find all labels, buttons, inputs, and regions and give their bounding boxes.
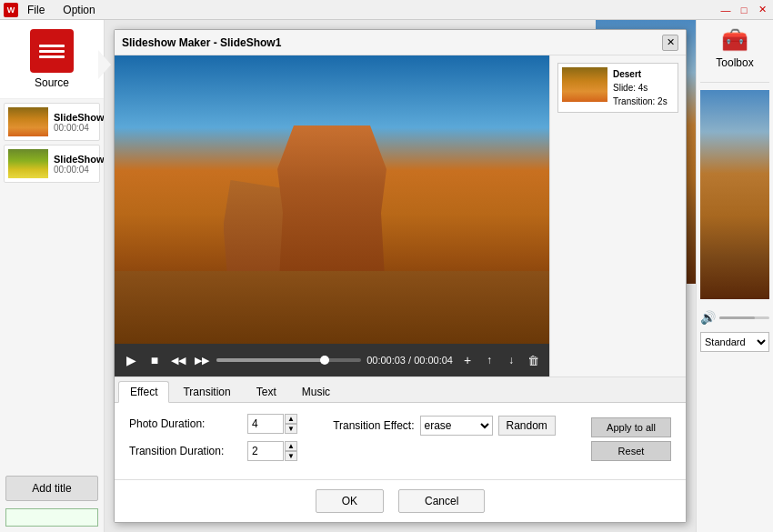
- tab-music[interactable]: Music: [290, 381, 342, 402]
- center-area: Slideshow Maker - SlideShow1 ✕: [105, 20, 696, 532]
- preview-thumbnail: [562, 67, 607, 102]
- photo-duration-up[interactable]: ▲: [285, 414, 297, 424]
- photo-duration-spinner: ▲ ▼: [285, 414, 297, 434]
- rewind-button[interactable]: ◀◀: [169, 351, 187, 369]
- progress-knob[interactable]: [320, 356, 329, 365]
- app-titlebar: W File Option — □ ✕: [0, 0, 773, 20]
- volume-slider[interactable]: [719, 316, 769, 319]
- dialog-right-panel: Desert Slide: 4s Transition: 2s: [549, 55, 686, 376]
- tab-transition[interactable]: Transition: [171, 381, 242, 402]
- slideshow-time-2: 00:00:04: [54, 165, 104, 175]
- transition-effect-label: Transition Effect:: [333, 419, 414, 432]
- slideshow-thumb-2: [8, 149, 48, 178]
- source-arrow: [98, 50, 111, 79]
- dialog-titlebar: Slideshow Maker - SlideShow1 ✕: [115, 30, 686, 55]
- tab-text[interactable]: Text: [245, 381, 288, 402]
- photo-duration-row: Photo Duration: ▲ ▼: [129, 414, 297, 434]
- minimize-button[interactable]: —: [718, 3, 733, 17]
- right-toolbox: 🧰 Toolbox 🔊 Standard Widescreen: [696, 20, 773, 532]
- left-sidebar: Source SlideShow1 00:00:04 SlideShow2 00…: [0, 20, 105, 532]
- transition-duration-label: Transition Duration:: [129, 445, 247, 457]
- title-text-input[interactable]: [5, 508, 98, 527]
- play-button[interactable]: ▶: [122, 351, 140, 369]
- source-label: Source: [35, 76, 69, 89]
- time-display: 00:00:03 / 00:00:04: [366, 355, 453, 366]
- ok-button[interactable]: OK: [316, 489, 384, 513]
- preview-slide-duration: Slide: 4s: [613, 81, 668, 95]
- photo-duration-input[interactable]: [247, 414, 284, 434]
- preview-card: Desert Slide: 4s Transition: 2s: [557, 63, 678, 113]
- volume-row: 🔊: [700, 310, 769, 325]
- delete-button[interactable]: 🗑: [524, 351, 542, 369]
- transition-duration-spinner: ▲ ▼: [285, 441, 297, 461]
- toolbox-divider: [700, 82, 769, 83]
- slideshow-name-2: SlideShow2: [54, 154, 104, 165]
- transition-duration-up[interactable]: ▲: [285, 441, 297, 451]
- transition-duration-input[interactable]: [247, 441, 284, 461]
- standard-select[interactable]: Standard Widescreen: [700, 332, 769, 352]
- toolbox-icon: 🧰: [721, 27, 748, 53]
- toolbox-photo: [700, 90, 769, 299]
- cancel-button[interactable]: Cancel: [398, 489, 485, 513]
- slideshow-name-1: SlideShow1: [54, 112, 104, 123]
- move-down-button[interactable]: ↓: [502, 351, 520, 369]
- dialog-close-button[interactable]: ✕: [662, 35, 678, 51]
- menu-file[interactable]: File: [22, 2, 50, 18]
- transition-effect-section: Transition Effect: erase fade slide Rand…: [333, 416, 556, 436]
- slideshow-thumb-1: [8, 107, 48, 136]
- effect-tab-content: Photo Duration: ▲ ▼ Transition Duration:: [115, 403, 686, 479]
- dialog-footer: OK Cancel: [115, 479, 686, 522]
- video-display: [115, 55, 549, 344]
- dialog-bottom: Effect Transition Text Music Photo Durat…: [115, 376, 686, 522]
- transition-duration-down[interactable]: ▼: [285, 451, 297, 461]
- progress-bar[interactable]: [216, 358, 361, 362]
- tab-effect[interactable]: Effect: [118, 381, 169, 403]
- apply-to-all-button[interactable]: Apply to all: [591, 417, 671, 437]
- desert-ground: [115, 271, 549, 344]
- volume-fill: [719, 316, 755, 319]
- photo-duration-label: Photo Duration:: [129, 417, 247, 430]
- reset-button[interactable]: Reset: [591, 441, 671, 461]
- video-controls-bar: ▶ ■ ◀◀ ▶▶ 00:00:03 / 00:00:04: [115, 344, 549, 376]
- slideshow-list: SlideShow1 00:00:04 SlideShow2 00:00:04: [0, 99, 104, 470]
- progress-fill: [216, 358, 325, 362]
- list-item[interactable]: SlideShow1 00:00:04: [4, 103, 100, 141]
- tabs-row: Effect Transition Text Music: [115, 377, 686, 403]
- preview-name: Desert: [613, 67, 668, 81]
- add-slide-button[interactable]: +: [458, 351, 477, 369]
- add-title-button[interactable]: Add title: [5, 476, 98, 501]
- dialog-main-content: ▶ ■ ◀◀ ▶▶ 00:00:03 / 00:00:04: [115, 55, 686, 376]
- source-icon: [30, 29, 74, 73]
- menu-option[interactable]: Option: [57, 2, 100, 18]
- desert-rock-main: [277, 125, 386, 271]
- transition-effect-select[interactable]: erase fade slide: [420, 416, 493, 436]
- photo-duration-down[interactable]: ▼: [285, 424, 297, 434]
- fast-forward-button[interactable]: ▶▶: [193, 351, 211, 369]
- dialog-title: Slideshow Maker - SlideShow1: [122, 36, 662, 49]
- random-button[interactable]: Random: [498, 416, 556, 436]
- source-button[interactable]: Source: [0, 20, 104, 99]
- slideshow-time-1: 00:00:04: [54, 123, 104, 133]
- move-up-button[interactable]: ↑: [480, 351, 498, 369]
- app-icon: W: [4, 3, 18, 17]
- preview-transition-duration: Transition: 2s: [613, 95, 668, 108]
- maximize-button[interactable]: □: [737, 3, 751, 17]
- transition-duration-row: Transition Duration: ▲ ▼: [129, 441, 297, 461]
- stop-button[interactable]: ■: [146, 351, 164, 369]
- close-button[interactable]: ✕: [755, 3, 769, 17]
- toolbox-label: Toolbox: [716, 56, 753, 69]
- volume-icon: 🔊: [700, 310, 716, 325]
- modal-dialog: Slideshow Maker - SlideShow1 ✕: [114, 29, 687, 523]
- action-buttons: + ↑ ↓ 🗑: [458, 351, 542, 369]
- list-item[interactable]: SlideShow2 00:00:04: [4, 145, 100, 183]
- video-area: ▶ ■ ◀◀ ▶▶ 00:00:03 / 00:00:04: [115, 55, 549, 376]
